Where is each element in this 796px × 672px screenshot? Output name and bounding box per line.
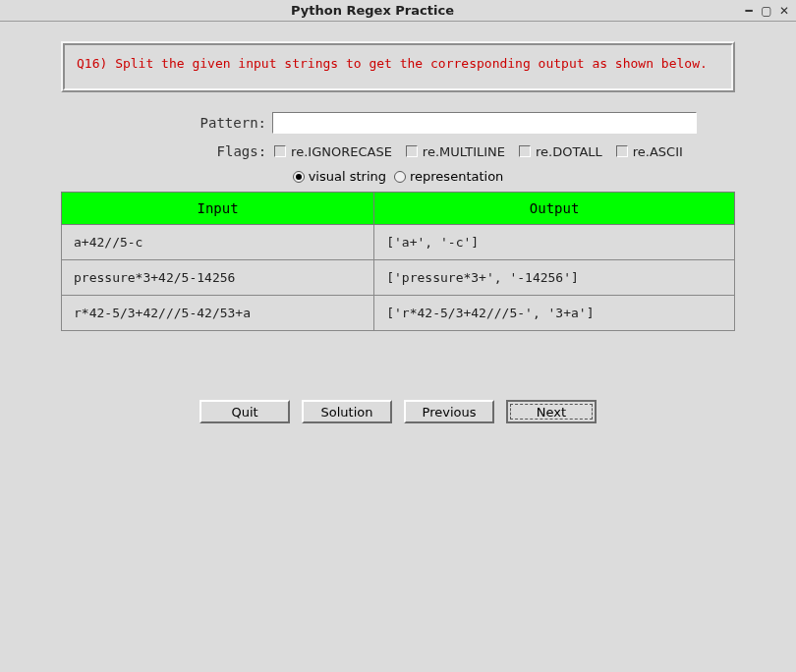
flag-dotall[interactable]: re.DOTALL bbox=[519, 144, 602, 159]
col-header-input: Input bbox=[62, 193, 374, 225]
question-text: Q16) Split the given input strings to ge… bbox=[77, 55, 719, 73]
view-mode-row: visual string representation bbox=[22, 169, 774, 184]
window-title: Python Regex Practice bbox=[4, 3, 741, 18]
checkbox-icon bbox=[616, 145, 628, 157]
flag-label: re.ASCII bbox=[633, 144, 683, 159]
question-frame: Q16) Split the given input strings to ge… bbox=[61, 41, 735, 92]
io-table-wrap: Input Output a+42//5-c ['a+', '-c'] pres… bbox=[61, 192, 735, 331]
window-client: Q16) Split the given input strings to ge… bbox=[0, 22, 796, 672]
titlebar: Python Regex Practice ━ ▢ ✕ bbox=[0, 0, 796, 22]
solution-button[interactable]: Solution bbox=[302, 400, 392, 423]
pattern-label: Pattern: bbox=[99, 115, 266, 131]
pattern-row: Pattern: bbox=[22, 112, 774, 134]
question-frame-inner: Q16) Split the given input strings to ge… bbox=[63, 43, 733, 90]
flag-ascii[interactable]: re.ASCII bbox=[616, 144, 683, 159]
button-row: Quit Solution Previous Next bbox=[22, 400, 774, 423]
table-row: pressure*3+42/5-14256 ['pressure*3+', '-… bbox=[62, 260, 735, 296]
checkbox-icon bbox=[406, 145, 418, 157]
quit-button[interactable]: Quit bbox=[199, 400, 290, 423]
flags-row: Flags: re.IGNORECASE re.MULTILINE re.DOT… bbox=[22, 143, 774, 159]
table-row: r*42-5/3+42///5-42/53+a ['r*42-5/3+42///… bbox=[62, 296, 735, 331]
flag-label: re.MULTILINE bbox=[423, 144, 505, 159]
next-button[interactable]: Next bbox=[506, 400, 597, 423]
cell-input: a+42//5-c bbox=[62, 225, 374, 260]
flag-multiline[interactable]: re.MULTILINE bbox=[406, 144, 505, 159]
window-controls: ━ ▢ ✕ bbox=[741, 4, 792, 18]
maximize-icon[interactable]: ▢ bbox=[759, 4, 774, 18]
checkbox-icon bbox=[274, 145, 286, 157]
radio-representation[interactable]: representation bbox=[394, 169, 503, 184]
pattern-input[interactable] bbox=[272, 112, 697, 134]
table-row: a+42//5-c ['a+', '-c'] bbox=[62, 225, 735, 260]
cell-input: pressure*3+42/5-14256 bbox=[62, 260, 374, 296]
flags-label: Flags: bbox=[99, 143, 266, 159]
flag-label: re.IGNORECASE bbox=[291, 144, 392, 159]
radio-visual-string[interactable]: visual string bbox=[293, 169, 386, 184]
minimize-icon[interactable]: ━ bbox=[741, 4, 757, 18]
cell-output: ['a+', '-c'] bbox=[374, 225, 735, 260]
cell-input: r*42-5/3+42///5-42/53+a bbox=[62, 296, 374, 331]
close-icon[interactable]: ✕ bbox=[776, 4, 792, 18]
radio-icon bbox=[394, 171, 406, 183]
flag-ignorecase[interactable]: re.IGNORECASE bbox=[274, 144, 392, 159]
radio-label: representation bbox=[410, 169, 503, 184]
radio-icon bbox=[293, 171, 305, 183]
col-header-output: Output bbox=[374, 193, 735, 225]
radio-label: visual string bbox=[309, 169, 386, 184]
cell-output: ['pressure*3+', '-14256'] bbox=[374, 260, 735, 296]
io-table: Input Output a+42//5-c ['a+', '-c'] pres… bbox=[61, 192, 735, 331]
flag-label: re.DOTALL bbox=[536, 144, 602, 159]
checkbox-icon bbox=[519, 145, 531, 157]
previous-button[interactable]: Previous bbox=[404, 400, 494, 423]
cell-output: ['r*42-5/3+42///5-', '3+a'] bbox=[374, 296, 735, 331]
